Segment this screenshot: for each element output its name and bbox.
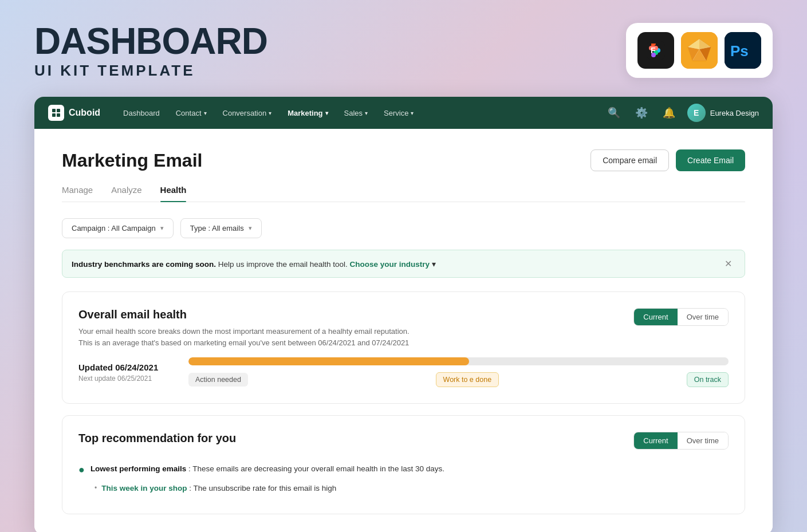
user-menu[interactable]: E Eureka Design <box>687 104 759 122</box>
tabs: Manage Analyze Health <box>62 185 745 202</box>
health-overtime-toggle[interactable]: Over time <box>678 309 728 325</box>
page-title: Marketing Email <box>62 150 202 171</box>
rec-text-0: Lowest performing emails : These emails … <box>90 463 444 475</box>
tab-health[interactable]: Health <box>160 185 187 202</box>
compare-email-button[interactable]: Compare email <box>591 149 669 171</box>
brand-subtitle: UI KIT TEMPLATE <box>34 62 267 80</box>
username: Eureka Design <box>710 109 759 117</box>
rec-sub-bullet-0: • <box>95 484 97 492</box>
tab-analyze[interactable]: Analyze <box>111 185 141 202</box>
settings-button[interactable]: ⚙️ <box>632 104 651 122</box>
brand-block: DASHBOARD UI KIT TEMPLATE <box>34 23 267 80</box>
page-header: DASHBOARD UI KIT TEMPLATE F <box>34 23 773 80</box>
next-update-date: Next update 06/25/2021 <box>78 375 170 383</box>
health-bar-track <box>188 357 729 365</box>
health-bar-fill <box>188 357 469 365</box>
rec-current-toggle[interactable]: Current <box>634 432 677 449</box>
sketch-icon <box>681 32 718 69</box>
create-email-button[interactable]: Create Email <box>676 149 745 171</box>
brand-name: Cuboid <box>69 108 100 118</box>
rec-card: Top recommendation for you Current Over … <box>62 415 745 514</box>
notifications-button[interactable]: 🔔 <box>660 104 678 122</box>
work-to-do-label: Work to e done <box>436 372 499 387</box>
search-button[interactable]: 🔍 <box>605 104 623 122</box>
nav-sales[interactable]: Sales ▾ <box>337 105 375 121</box>
health-toggle-group: Current Over time <box>633 308 729 326</box>
figma-icon: F <box>637 32 674 69</box>
updated-date: Updated 06/24/2021 <box>78 362 170 372</box>
dashboard-window: Cuboid Dashboard Contact ▾ Conversation … <box>34 97 773 532</box>
svg-text:F: F <box>651 46 656 55</box>
rec-item-0: ● Lowest performing emails : These email… <box>78 463 729 476</box>
choose-industry-link[interactable]: Choose your industry <box>349 260 430 269</box>
service-chevron: ▾ <box>411 110 414 116</box>
rec-bold-0: Lowest performing emails <box>90 464 186 473</box>
rec-sub-link-0[interactable]: This week in your shop <box>101 484 187 492</box>
marketing-chevron: ▾ <box>325 110 328 116</box>
campaign-filter-chevron: ▾ <box>160 224 164 232</box>
banner-main-text: Industry benchmarks are coming soon. <box>72 260 216 269</box>
rec-toggle-group: Current Over time <box>633 432 729 450</box>
photoshop-icon: Ps <box>725 32 761 69</box>
type-filter[interactable]: Type : All emails ▾ <box>180 218 262 238</box>
svg-rect-15 <box>52 113 56 117</box>
page-title-row: Marketing Email Compare email Create Ema… <box>62 149 745 171</box>
health-card-desc: Your email health score breaks down the … <box>78 326 422 348</box>
nav-marketing[interactable]: Marketing ▾ <box>281 105 334 121</box>
health-card-info: Overall email health Your email health s… <box>78 308 422 348</box>
health-current-toggle[interactable]: Current <box>634 309 677 325</box>
navbar: Cuboid Dashboard Contact ▾ Conversation … <box>34 97 773 129</box>
nav-dashboard[interactable]: Dashboard <box>116 105 167 121</box>
health-card: Overall email health Your email health s… <box>62 291 745 404</box>
svg-rect-16 <box>57 113 60 117</box>
rec-sub-item-0: • This week in your shop : The unsubscri… <box>95 483 729 494</box>
contact-chevron: ▾ <box>204 110 207 116</box>
conversation-chevron: ▾ <box>269 110 271 116</box>
main-content: Marketing Email Compare email Create Ema… <box>34 129 773 532</box>
page-actions: Compare email Create Email <box>591 149 745 171</box>
campaign-filter[interactable]: Campaign : All Campaign ▾ <box>62 218 174 238</box>
svg-text:Ps: Ps <box>730 42 749 60</box>
info-banner: Industry benchmarks are coming soon. Hel… <box>62 250 745 278</box>
nav-service[interactable]: Service ▾ <box>377 105 420 121</box>
action-needed-label: Action needed <box>188 373 248 387</box>
svg-rect-13 <box>52 109 56 112</box>
rec-title: Top recommendation for you <box>78 432 236 445</box>
rec-bullet-0: ● <box>78 464 85 476</box>
health-labels: Action needed Work to e done On track <box>188 372 729 387</box>
navbar-nav: Dashboard Contact ▾ Conversation ▾ Marke… <box>116 105 605 121</box>
rec-card-header: Top recommendation for you Current Over … <box>78 432 729 454</box>
navbar-brand[interactable]: Cuboid <box>48 105 100 121</box>
filters-row: Campaign : All Campaign ▾ Type : All ema… <box>62 218 745 238</box>
on-track-label: On track <box>687 372 729 387</box>
nav-conversation[interactable]: Conversation ▾ <box>216 105 279 121</box>
health-bar-container: Action needed Work to e done On track <box>188 357 729 387</box>
health-score-row: Updated 06/24/2021 Next update 06/25/202… <box>78 357 729 387</box>
health-card-header: Overall email health Your email health s… <box>78 308 729 348</box>
rec-overtime-toggle[interactable]: Over time <box>678 432 728 449</box>
avatar: E <box>687 104 706 122</box>
banner-text: Industry benchmarks are coming soon. Hel… <box>72 259 436 269</box>
svg-rect-14 <box>57 109 60 112</box>
banner-close-button[interactable]: ✕ <box>721 257 735 270</box>
navbar-actions: 🔍 ⚙️ 🔔 E Eureka Design <box>605 104 759 122</box>
updated-info: Updated 06/24/2021 Next update 06/25/202… <box>78 362 170 383</box>
type-filter-chevron: ▾ <box>249 224 252 232</box>
brand-icon <box>48 105 64 121</box>
rec-sub-text-0: This week in your shop : The unsubscribe… <box>101 483 336 494</box>
health-card-title: Overall email health <box>78 308 422 321</box>
app-icons-container: F Ps <box>626 23 773 78</box>
nav-contact[interactable]: Contact ▾ <box>169 105 214 121</box>
tab-manage[interactable]: Manage <box>62 185 93 202</box>
brand-title: DASHBOARD <box>34 23 267 60</box>
sales-chevron: ▾ <box>365 110 368 116</box>
banner-dropdown-arrow: ▾ <box>432 260 436 269</box>
